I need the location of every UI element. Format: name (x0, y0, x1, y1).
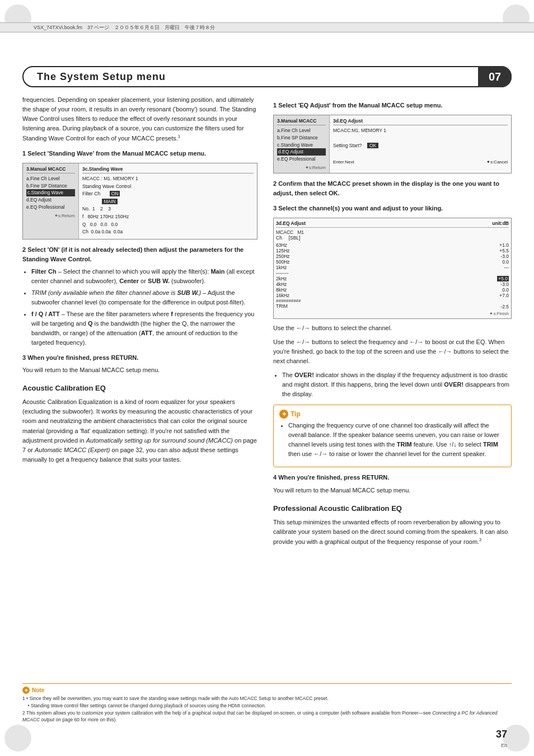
bullet-fqa: f / Q / ATT – These are the filter param… (31, 309, 257, 348)
corner-decoration-bl (4, 725, 31, 752)
note-bar: ✦ Note 1 • Since they will be overwritte… (22, 683, 512, 724)
menu-diagram-standing-wave: 3.Manual MCACC a.Fine Ch Level b.Fine SP… (22, 163, 257, 240)
step2-heading-right: 2 Confirm that the MCACC preset shown in… (273, 179, 512, 198)
page-number: 37 (496, 729, 507, 740)
tip-bullet-1: Changing the frequency curve of one chan… (288, 421, 505, 459)
step2-bullets: Filter Ch – Select the channel to which … (31, 267, 257, 348)
chapter-badge: 07 (478, 66, 512, 87)
section2-text: This setup minimizes the unwanted effect… (273, 518, 512, 547)
use-arrows-1: Use the ←/→ buttons to select the channe… (273, 323, 512, 333)
page-title: The System Setup menu (37, 71, 166, 83)
note-label-text: Note (32, 687, 44, 693)
menu-left-panel-2: 3.Manual MCACC a.Fine Ch Level b.Fine SP… (274, 115, 330, 173)
step1-heading-left: 1 Select 'Standing Wave' from the Manual… (22, 149, 257, 158)
note-text-1: 1 • Since they will be overwritten, you … (22, 695, 512, 724)
main-content: frequencies. Depending on speaker placem… (22, 95, 512, 711)
page-lang: En (501, 743, 507, 748)
bullet-over: The OVER! indicator shows in the display… (282, 370, 512, 399)
use-arrows-2: Use the ←/→ buttons to select the freque… (273, 337, 512, 366)
header-strip: VSX_74TXVi.book.fm 37 ページ ２００５年６月６日 月曜日 … (0, 22, 534, 32)
step4-heading-right: 4 When you're finished, press RETURN. (273, 473, 512, 482)
tip-icon: ✦ (279, 410, 288, 419)
tip-bullets: Changing the frequency curve of one chan… (288, 421, 505, 459)
note-icon: ✦ (22, 687, 30, 694)
menu-diagram-eq-adjust: 3.Manual MCACC a.Fine Ch Level b.Fine SP… (273, 115, 512, 173)
section1-text: Acoustic Calibration Equalization is a k… (22, 397, 257, 464)
over-bullet: The OVER! indicator shows in the display… (282, 370, 512, 399)
eq-adjust-diagram: 3d.EQ Adjust unit:dB MCACC M1 Ch [SBL] 6… (273, 218, 512, 319)
footnote-1: 1 (178, 134, 180, 139)
footnote-2: 2 (479, 537, 481, 542)
intro-paragraph: frequencies. Depending on speaker placem… (22, 95, 257, 143)
step2-heading-left: 2 Select 'ON' (if it is not already sele… (22, 245, 257, 264)
menu-left-panel-1: 3.Manual MCACC a.Fine Ch Level b.Fine SP… (23, 163, 79, 239)
menu-title-manual-mcacc: 3.Manual MCACC (26, 166, 75, 173)
menu-right-panel-standing: 3c.Standing Wave MCACC : M1. MEMORY 1 St… (79, 163, 257, 239)
tip-box: ✦ Tip Changing the frequency curve of on… (273, 405, 512, 467)
section1-heading: Acoustic Calibration EQ (22, 383, 257, 394)
right-column: 1 Select 'EQ Adjust' from the Manual MCA… (273, 95, 512, 711)
step3-text-left: You will return to the Manual MCACC setu… (22, 365, 257, 375)
left-column: frequencies. Depending on speaker placem… (22, 95, 257, 711)
step3-heading-right: 3 Select the channel(s) you want and adj… (273, 204, 512, 213)
header-text: VSX_74TXVi.book.fm 37 ページ ２００５年６月６日 月曜日 … (34, 24, 215, 31)
step1-heading-right: 1 Select 'EQ Adjust' from the Manual MCA… (273, 101, 512, 110)
bullet-trim: TRIM (only available when the filter cha… (31, 288, 257, 307)
bullet-filter-ch: Filter Ch – Select the channel to which … (31, 267, 257, 286)
step3-heading-left: 3 When you're finished, press RETURN. (22, 353, 257, 363)
section2-heading: Professional Acoustic Calibration EQ (273, 503, 512, 514)
menu-right-panel-eq: 3d.EQ Adjust MCACC:M1. MEMORY 1 Setting … (330, 115, 511, 173)
title-bar: The System Setup menu 07 (22, 66, 512, 87)
step4-text-right: You will return to the Manual MCACC setu… (273, 486, 512, 495)
tip-title: ✦ Tip (279, 410, 505, 419)
